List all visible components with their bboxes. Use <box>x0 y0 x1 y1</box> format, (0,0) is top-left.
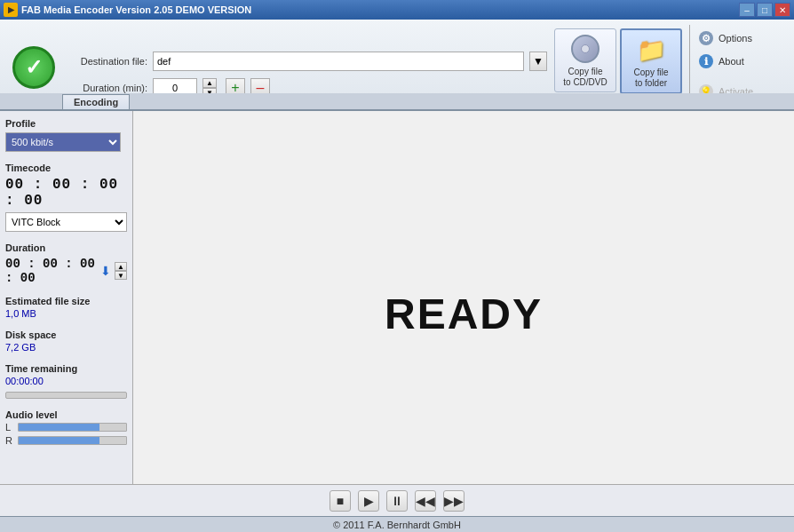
tab-bar: Encoding <box>0 93 794 111</box>
checkmark-icon: ✓ <box>25 55 43 80</box>
timecode-display: 00 : 00 : 00 : 00 <box>5 177 127 209</box>
audio-r-label: R <box>5 435 14 446</box>
status-bar: © 2011 F.A. Bernhardt GmbH <box>0 516 794 532</box>
options-button[interactable]: ⚙ Options <box>694 28 783 48</box>
audio-level-section: Audio level L R <box>5 409 127 446</box>
fastforward-button[interactable]: ▶▶ <box>443 490 464 512</box>
play-button[interactable]: ▶ <box>358 490 379 512</box>
transport-bar: ■ ▶ ⏸ ◀◀ ▶▶ <box>0 484 794 516</box>
audio-l-row: L <box>5 422 127 433</box>
duration-spin-controls: ▲ ▼ <box>115 262 127 280</box>
gear-icon: ⚙ <box>699 31 713 45</box>
window-controls: – □ ✕ <box>739 3 790 17</box>
destination-row: Destination file: ▼ <box>67 52 547 71</box>
time-remaining-label: Time remaining <box>5 363 127 374</box>
info-icon: ℹ <box>699 54 713 68</box>
duration-section: Duration 00 : 00 : 00 : 00 ⬇ ▲ ▼ <box>5 242 127 285</box>
profile-select[interactable]: 500 kbit/s <box>5 132 121 152</box>
profile-title: Profile <box>5 118 127 129</box>
estimated-file-label: Estimated file size <box>5 296 127 306</box>
options-label: Options <box>719 33 752 44</box>
copy-cd-label: Copy fileto CD/DVD <box>563 67 607 88</box>
center-area: READY <box>133 111 794 516</box>
audio-l-fill <box>19 424 99 431</box>
about-label: About <box>719 56 744 67</box>
audio-l-bar <box>18 423 127 432</box>
left-panel: Profile 500 kbit/s Timecode 00 : 00 : 00… <box>0 111 133 516</box>
duration-up-button[interactable]: ▲ <box>202 78 217 88</box>
time-remaining-value: 00:00:00 <box>5 376 127 386</box>
destination-dropdown[interactable]: ▼ <box>529 52 547 71</box>
close-button[interactable]: ✕ <box>774 3 790 17</box>
audio-r-fill <box>19 437 99 444</box>
main-content: Profile 500 kbit/s Timecode 00 : 00 : 00… <box>0 111 794 516</box>
minimize-button[interactable]: – <box>739 3 755 17</box>
status-text: © 2011 F.A. Bernhardt GmbH <box>333 520 461 530</box>
duration-import-icon[interactable]: ⬇ <box>100 264 111 278</box>
duration-label: Duration (min): <box>67 83 147 93</box>
disk-space-section: Disk space 7,2 GB <box>5 330 127 353</box>
timecode-section: Timecode 00 : 00 : 00 : 00 VITC Block <box>5 163 127 232</box>
copy-folder-button[interactable]: 📁 Copy fileto folder <box>620 28 682 94</box>
destination-input[interactable] <box>153 52 524 71</box>
pause-button[interactable]: ⏸ <box>386 490 408 512</box>
ready-text: READY <box>385 290 543 338</box>
copy-folder-label: Copy fileto folder <box>634 67 669 89</box>
duration-title: Duration <box>5 242 127 253</box>
disk-space-value: 7,2 GB <box>5 342 127 353</box>
folder-icon: 📁 <box>635 34 667 66</box>
maximize-button[interactable]: □ <box>757 3 773 17</box>
profile-section: Profile 500 kbit/s <box>5 118 127 152</box>
duration-spin-down[interactable]: ▼ <box>115 271 127 280</box>
stop-button[interactable]: ■ <box>330 490 351 512</box>
audio-level-label: Audio level <box>5 409 127 420</box>
duration-display-row: 00 : 00 : 00 : 00 ⬇ ▲ ▼ <box>5 257 127 285</box>
copy-cd-button[interactable]: Copy fileto CD/DVD <box>554 28 616 92</box>
titlebar: ▶ FAB Media Encoder Version 2.05 DEMO VE… <box>0 0 794 20</box>
rewind-button[interactable]: ◀◀ <box>415 490 436 512</box>
disk-space-label: Disk space <box>5 330 127 340</box>
estimated-file-value: 1,0 MB <box>5 308 127 319</box>
app-title: FAB Media Encoder Version 2.05 DEMO VERS… <box>21 4 739 15</box>
vitc-block-select[interactable]: VITC Block <box>5 212 127 232</box>
app-icon: ▶ <box>4 3 18 17</box>
progress-bar-container <box>5 392 127 399</box>
about-button[interactable]: ℹ About <box>694 52 783 71</box>
audio-l-label: L <box>5 422 14 433</box>
encode-button[interactable]: ✓ <box>12 46 55 89</box>
audio-r-bar <box>18 436 127 445</box>
destination-label: Destination file: <box>67 56 147 67</box>
cd-icon <box>569 33 601 65</box>
audio-r-row: R <box>5 435 127 446</box>
tab-encoding[interactable]: Encoding <box>62 94 130 109</box>
duration-display: 00 : 00 : 00 : 00 <box>5 257 97 285</box>
duration-spin-up[interactable]: ▲ <box>115 262 127 271</box>
timecode-title: Timecode <box>5 163 127 173</box>
estimated-file-section: Estimated file size 1,0 MB <box>5 296 127 319</box>
time-remaining-section: Time remaining 00:00:00 <box>5 363 127 399</box>
